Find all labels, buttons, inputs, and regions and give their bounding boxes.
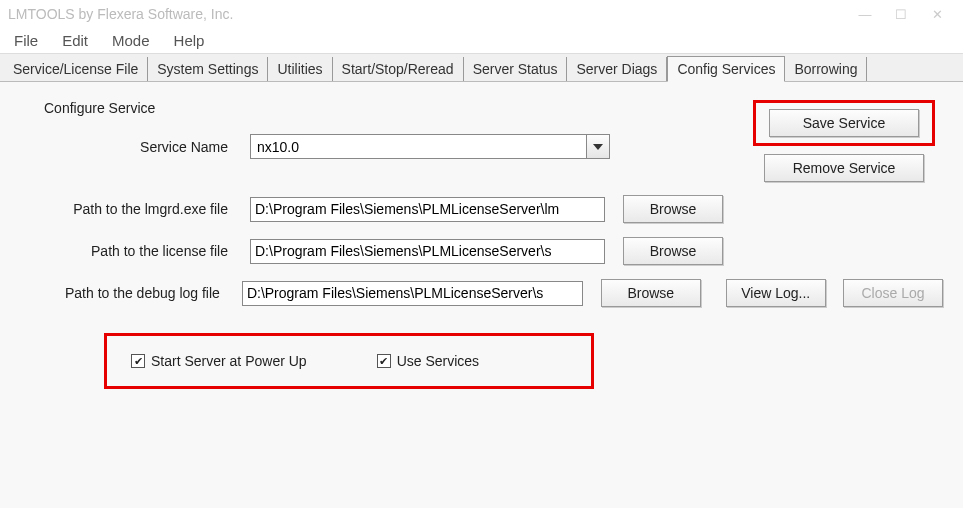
checkmark-icon: ✔	[131, 354, 145, 368]
checkbox-highlight: ✔ Start Server at Power Up ✔ Use Service…	[104, 333, 594, 389]
browse-lmgrd-button[interactable]: Browse	[623, 195, 723, 223]
tabbar: Service/License File System Settings Uti…	[0, 54, 963, 82]
chevron-down-icon	[593, 144, 603, 150]
tab-start-stop-reread[interactable]: Start/Stop/Reread	[333, 57, 464, 81]
tab-borrowing[interactable]: Borrowing	[785, 57, 867, 81]
debug-label: Path to the debug log file	[20, 285, 242, 301]
menu-edit[interactable]: Edit	[52, 30, 98, 51]
service-name-input[interactable]	[250, 134, 586, 159]
tab-config-services[interactable]: Config Services	[667, 56, 785, 82]
use-services-checkbox[interactable]: ✔ Use Services	[377, 353, 479, 369]
save-service-button[interactable]: Save Service	[769, 109, 919, 137]
start-server-checkbox[interactable]: ✔ Start Server at Power Up	[131, 353, 307, 369]
close-log-button[interactable]: Close Log	[843, 279, 943, 307]
save-service-highlight: Save Service	[753, 100, 935, 146]
debug-path-input[interactable]	[242, 281, 584, 306]
menu-help[interactable]: Help	[164, 30, 215, 51]
close-button[interactable]: ✕	[919, 2, 955, 26]
titlebar: LMTOOLS by Flexera Software, Inc. — ☐ ✕	[0, 0, 963, 28]
browse-license-button[interactable]: Browse	[623, 237, 723, 265]
service-name-label: Service Name	[20, 139, 250, 155]
browse-debug-button[interactable]: Browse	[601, 279, 701, 307]
tab-utilities[interactable]: Utilities	[268, 57, 332, 81]
maximize-button[interactable]: ☐	[883, 2, 919, 26]
checkmark-icon: ✔	[377, 354, 391, 368]
tab-service-license-file[interactable]: Service/License File	[4, 57, 148, 81]
license-path-input[interactable]	[250, 239, 605, 264]
tab-server-status[interactable]: Server Status	[464, 57, 568, 81]
menu-file[interactable]: File	[4, 30, 48, 51]
license-label: Path to the license file	[20, 243, 250, 259]
view-log-button[interactable]: View Log...	[726, 279, 826, 307]
menubar: File Edit Mode Help	[0, 28, 963, 54]
start-server-label: Start Server at Power Up	[151, 353, 307, 369]
service-name-dropdown-button[interactable]	[586, 134, 610, 159]
lmgrd-label: Path to the lmgrd.exe file	[20, 201, 250, 217]
remove-service-button[interactable]: Remove Service	[764, 154, 924, 182]
service-name-combo[interactable]	[250, 134, 610, 159]
use-services-label: Use Services	[397, 353, 479, 369]
menu-mode[interactable]: Mode	[102, 30, 160, 51]
tab-server-diags[interactable]: Server Diags	[567, 57, 667, 81]
config-services-panel: Configure Service Save Service Remove Se…	[0, 82, 963, 508]
window-title: LMTOOLS by Flexera Software, Inc.	[8, 6, 847, 22]
tab-system-settings[interactable]: System Settings	[148, 57, 268, 81]
minimize-button[interactable]: —	[847, 2, 883, 26]
lmgrd-path-input[interactable]	[250, 197, 605, 222]
